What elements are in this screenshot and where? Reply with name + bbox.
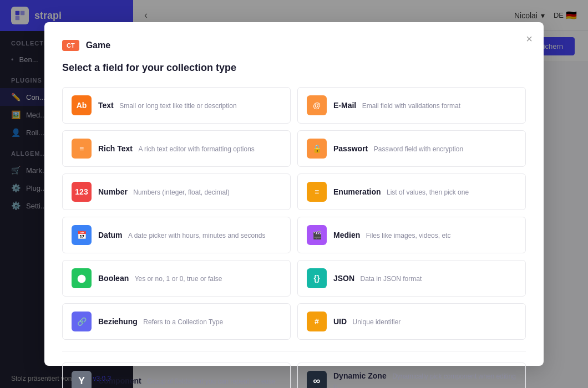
field-name: Component bbox=[98, 376, 141, 385]
field-desc: Refers to a Collection Type bbox=[143, 318, 223, 326]
field-info: Text Small or long text like title or de… bbox=[98, 100, 237, 110]
field-name: Dynamic Zone bbox=[333, 371, 387, 380]
field-icon: ≡ bbox=[307, 182, 327, 202]
field-name: Datum bbox=[98, 231, 123, 239]
field-info: E-Mail Email field with validations form… bbox=[333, 100, 460, 110]
close-button[interactable]: × bbox=[526, 33, 533, 44]
field-icon: {} bbox=[307, 268, 327, 288]
field-info: UID Unique identifier bbox=[333, 316, 401, 326]
field-info: Passwort Password field with encryption bbox=[333, 144, 463, 154]
field-name: Rich Text bbox=[98, 144, 133, 153]
field-name: E-Mail bbox=[333, 101, 356, 110]
field-icon: # bbox=[307, 312, 327, 331]
special-field-item-component[interactable]: Y Component Group of fields that you can… bbox=[62, 363, 291, 388]
field-info: Medien Files like images, videos, etc bbox=[333, 230, 450, 240]
field-name: Enumeration bbox=[333, 187, 381, 196]
field-item-text[interactable]: Ab Text Small or long text like title or… bbox=[62, 87, 291, 124]
field-icon: Ab bbox=[72, 95, 92, 115]
field-icon: 123 bbox=[72, 182, 92, 202]
field-item-passwort[interactable]: 🔒 Passwort Password field with encryptio… bbox=[297, 130, 526, 167]
field-info: Component Group of fields that you can r… bbox=[98, 376, 276, 386]
field-icon: ∞ bbox=[307, 371, 327, 388]
field-item-uid[interactable]: # UID Unique identifier bbox=[297, 303, 526, 340]
field-icon: @ bbox=[307, 95, 327, 115]
field-desc: Password field with encryption bbox=[374, 145, 463, 153]
field-desc: Group of fields that you can repeat or r… bbox=[147, 377, 275, 385]
field-icon: 🔒 bbox=[307, 139, 327, 159]
field-desc: Unique identifier bbox=[353, 318, 401, 326]
field-name: UID bbox=[333, 317, 347, 326]
field-item-boolean[interactable]: ⬤ Boolean Yes or no, 1 or 0, true or fal… bbox=[62, 260, 291, 297]
field-icon: 🔗 bbox=[72, 312, 92, 331]
field-name: Beziehung bbox=[98, 317, 138, 326]
field-icon: 📅 bbox=[72, 225, 92, 245]
special-field-grid: Y Component Group of fields that you can… bbox=[62, 363, 526, 388]
field-grid: Ab Text Small or long text like title or… bbox=[62, 87, 526, 340]
field-name: Boolean bbox=[98, 274, 129, 283]
field-info: Datum A date picker with hours, minutes … bbox=[98, 230, 266, 240]
modal-overlay[interactable]: CT Game × Select a field for your collec… bbox=[0, 0, 588, 388]
field-name: Number bbox=[98, 187, 128, 196]
field-name: Passwort bbox=[333, 144, 368, 153]
modal-subtitle: Select a field for your collection type bbox=[62, 62, 526, 74]
field-info: Number Numbers (integer, float, decimal) bbox=[98, 187, 230, 197]
field-item-json[interactable]: {} JSON Data in JSON format bbox=[297, 260, 526, 297]
field-item-rich-text[interactable]: ≡ Rich Text A rich text editor with form… bbox=[62, 130, 291, 167]
modal-header: CT Game bbox=[62, 40, 526, 51]
field-selector-modal: CT Game × Select a field for your collec… bbox=[44, 22, 544, 366]
field-desc: Numbers (integer, float, decimal) bbox=[133, 188, 229, 196]
field-desc: Files like images, videos, etc bbox=[366, 232, 451, 239]
modal-divider bbox=[62, 351, 526, 351]
field-info: Boolean Yes or no, 1 or 0, true or false bbox=[98, 273, 222, 283]
field-desc: A rich text editor with formatting optio… bbox=[138, 145, 254, 153]
field-name: Medien bbox=[333, 231, 360, 239]
field-desc: Data in JSON format bbox=[361, 275, 422, 283]
modal-collection-name: Game bbox=[86, 40, 110, 50]
field-item-medien[interactable]: 🎬 Medien Files like images, videos, etc bbox=[297, 217, 526, 253]
field-name: JSON bbox=[333, 274, 354, 283]
field-icon: Y bbox=[72, 371, 92, 388]
field-desc: Yes or no, 1 or 0, true or false bbox=[135, 275, 222, 283]
field-item-number[interactable]: 123 Number Numbers (integer, float, deci… bbox=[62, 173, 291, 210]
field-desc: Email field with validations format bbox=[362, 102, 460, 110]
field-info: Dynamic Zone Dynamically pick component … bbox=[333, 371, 516, 388]
field-item-e-mail[interactable]: @ E-Mail Email field with validations fo… bbox=[297, 87, 526, 124]
field-icon: ⬤ bbox=[72, 268, 92, 288]
field-item-beziehung[interactable]: 🔗 Beziehung Refers to a Collection Type bbox=[62, 303, 291, 340]
field-info: Beziehung Refers to a Collection Type bbox=[98, 316, 223, 326]
field-icon: ≡ bbox=[72, 139, 92, 159]
field-info: Enumeration List of values, then pick on… bbox=[333, 187, 469, 197]
field-desc: List of values, then pick one bbox=[387, 188, 469, 196]
ct-badge: CT bbox=[62, 40, 79, 51]
field-item-datum[interactable]: 📅 Datum A date picker with hours, minute… bbox=[62, 217, 291, 253]
field-desc: A date picker with hours, minutes and se… bbox=[128, 232, 265, 239]
field-item-enumeration[interactable]: ≡ Enumeration List of values, then pick … bbox=[297, 173, 526, 210]
field-name: Text bbox=[98, 101, 114, 110]
field-icon: 🎬 bbox=[307, 225, 327, 245]
field-info: JSON Data in JSON format bbox=[333, 273, 422, 283]
special-field-item-dynamic-zone[interactable]: ∞ Dynamic Zone Dynamically pick componen… bbox=[297, 363, 526, 388]
field-info: Rich Text A rich text editor with format… bbox=[98, 144, 255, 154]
field-desc: Small or long text like title or descrip… bbox=[119, 102, 236, 110]
